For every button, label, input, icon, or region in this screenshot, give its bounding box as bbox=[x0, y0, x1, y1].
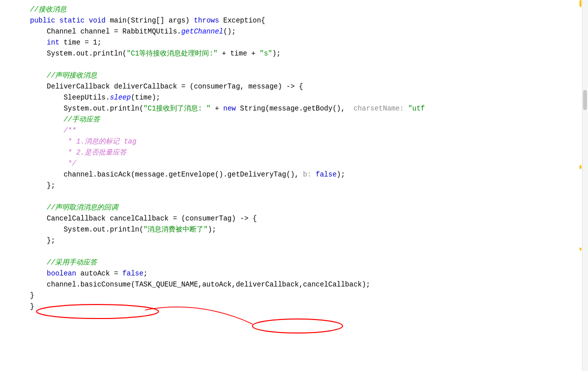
code-text: } bbox=[30, 301, 34, 312]
scroll-marker-3 bbox=[580, 248, 582, 250]
code-line-11: //手动应答 bbox=[30, 114, 588, 125]
code-line-14: * 2.是否批量应答 bbox=[30, 147, 588, 158]
code-text: ); bbox=[272, 48, 280, 59]
code-line-21: System.out.println("消息消费被中断了"); bbox=[30, 224, 588, 235]
code-line-17: }; bbox=[30, 180, 588, 191]
code-comment: //声明接收消息 bbox=[30, 70, 97, 81]
code-text: //接收消息 bbox=[30, 4, 66, 15]
code-comment-block: * 2.是否批量应答 bbox=[30, 147, 126, 158]
code-comment-block: * 1.消息的标记 tag bbox=[30, 136, 136, 147]
scrollbar-thumb[interactable] bbox=[583, 90, 587, 110]
code-text: }; bbox=[30, 235, 55, 246]
code-line-25: boolean autoAck = false; bbox=[30, 268, 588, 279]
code-line-9: SleepUtils.sleep(time); bbox=[30, 92, 588, 103]
code-line-blank2 bbox=[30, 191, 588, 202]
code-text: static bbox=[60, 15, 89, 26]
code-text: ); bbox=[336, 169, 345, 180]
code-text: Channel channel = RabbitMQUtils. bbox=[30, 26, 181, 37]
code-line-10: System.out.println("C1接收到了消息: " + new St… bbox=[30, 103, 588, 114]
code-text: ; bbox=[144, 268, 148, 279]
svg-point-1 bbox=[252, 319, 342, 333]
code-text: void bbox=[89, 15, 110, 26]
code-text: System.out.println( bbox=[30, 48, 126, 59]
code-keyword-boolean: boolean bbox=[47, 268, 76, 279]
code-text: SleepUtils. bbox=[30, 92, 110, 103]
code-text: }; bbox=[30, 180, 55, 191]
code-line-28: } bbox=[30, 301, 588, 312]
code-text: System.out.println( bbox=[30, 103, 144, 114]
code-string: "utf bbox=[408, 103, 425, 114]
code-keyword: new bbox=[223, 103, 240, 114]
code-comment: //声明取消消息的回调 bbox=[30, 202, 118, 213]
code-text: (time); bbox=[131, 92, 160, 103]
code-line-5: System.out.println("C1等待接收消息处理时间:" + tim… bbox=[30, 48, 588, 59]
code-text: getChannel bbox=[181, 26, 223, 37]
code-line-19: //声明取消消息的回调 bbox=[30, 202, 588, 213]
code-text: (); bbox=[223, 26, 236, 37]
code-text: public bbox=[30, 15, 60, 26]
code-keyword: false bbox=[316, 169, 336, 180]
code-keyword-int: int bbox=[47, 37, 60, 48]
code-line-20: CancelCallback cancelCallback = (consume… bbox=[30, 213, 588, 224]
code-string: "C1接收到了消息: " bbox=[144, 103, 210, 114]
code-text: + time + bbox=[218, 48, 260, 59]
code-text: + bbox=[210, 103, 223, 114]
code-text: Exception{ bbox=[223, 15, 265, 26]
code-keyword-false: false bbox=[122, 268, 144, 279]
scroll-marker-1 bbox=[580, 0, 582, 7]
code-line-26: channel.basicConsume(TASK_QUEUE_NAME,aut… bbox=[30, 279, 588, 290]
code-text: channel.basicConsume(TASK_QUEUE_NAME,aut… bbox=[30, 279, 370, 290]
code-comment-block: /** bbox=[30, 125, 76, 136]
code-text: ); bbox=[208, 224, 216, 235]
code-text: time = 1; bbox=[60, 37, 102, 48]
code-text: main(String[] args) bbox=[110, 15, 194, 26]
code-text: throws bbox=[194, 15, 224, 26]
vertical-scrollbar[interactable] bbox=[582, 0, 588, 371]
code-text: CancelCallback cancelCallback = (consume… bbox=[30, 213, 257, 224]
code-text: } bbox=[30, 290, 34, 301]
code-line-15: */ bbox=[30, 158, 588, 169]
code-line-16: channel.basicAck(message.getEnvelope().g… bbox=[30, 169, 588, 180]
code-string: "消息消费被中断了" bbox=[144, 224, 208, 235]
code-line-blank1 bbox=[30, 59, 588, 70]
code-param-hint: charsetName: bbox=[350, 103, 408, 114]
code-editor: //接收消息 public static void main(String[] … bbox=[0, 0, 588, 371]
code-line-4: int time = 1; bbox=[30, 37, 588, 48]
code-string: "C1等待接收消息处理时间:" bbox=[126, 48, 218, 59]
code-line-27: } bbox=[30, 290, 588, 301]
code-text bbox=[30, 268, 47, 279]
code-line-22: }; bbox=[30, 235, 588, 246]
code-line-24: //采用手动应答 bbox=[30, 257, 588, 268]
code-comment: //采用手动应答 bbox=[30, 257, 97, 268]
code-line-8: DeliverCallback deliverCallback = (consu… bbox=[30, 81, 588, 92]
code-line-blank3 bbox=[30, 246, 588, 257]
code-line-12: /** bbox=[30, 125, 588, 136]
code-text: channel.basicAck(message.getEnvelope().g… bbox=[30, 169, 303, 180]
code-line-7: //声明接收消息 bbox=[30, 70, 588, 81]
code-method: sleep bbox=[110, 92, 131, 103]
code-line-1: //接收消息 bbox=[30, 4, 588, 15]
code-text: System.out.println( bbox=[30, 224, 144, 235]
code-comment-block: */ bbox=[30, 158, 76, 169]
code-line-2: public static void main(String[] args) t… bbox=[30, 15, 588, 26]
code-comment: //手动应答 bbox=[30, 114, 100, 125]
code-param-hint: b: bbox=[303, 169, 316, 180]
code-string: "s" bbox=[260, 48, 272, 59]
code-line-13: * 1.消息的标记 tag bbox=[30, 136, 588, 147]
code-text bbox=[30, 37, 47, 48]
scroll-marker-2 bbox=[580, 165, 582, 169]
code-line-3: Channel channel = RabbitMQUtils.getChann… bbox=[30, 26, 588, 37]
code-text: autoAck = bbox=[76, 268, 122, 279]
code-text: DeliverCallback deliverCallback = (consu… bbox=[30, 81, 303, 92]
code-text: String(message.getBody(), bbox=[240, 103, 349, 114]
